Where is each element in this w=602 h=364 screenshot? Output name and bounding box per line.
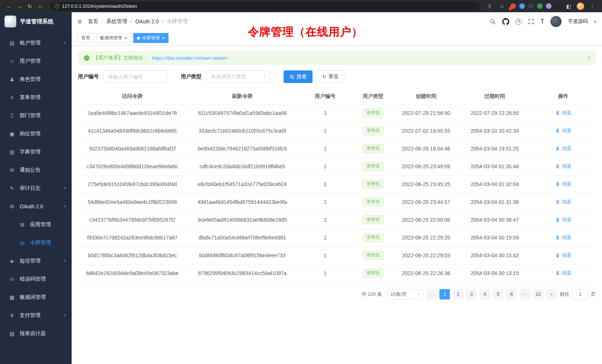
sidebar-item-label: 角色管理	[20, 76, 40, 83]
page-button-12[interactable]: 12	[533, 289, 543, 300]
extension-icon[interactable]	[519, 3, 525, 9]
page-button-1[interactable]: 1	[439, 289, 450, 300]
bookmark-star-icon[interactable]: ☆	[498, 3, 507, 9]
extension-icon[interactable]	[528, 3, 534, 9]
sidebar-item-sensitive-word[interactable]: ▦敏感词管理	[0, 288, 72, 306]
sidebar-item-oauth2[interactable]: ⚙OAuth 2.0∧	[0, 197, 72, 215]
extension-icon[interactable]	[537, 3, 543, 9]
breadcrumb-item[interactable]: 首页	[88, 18, 98, 25]
page-button-6[interactable]: 6	[506, 289, 517, 300]
access-token-cell: b0d1785bc3a8482f812db4a3f3bd15ec	[78, 246, 187, 264]
access-token-cell: 1ea5e44f8bc1467aaede43144f31de76	[78, 104, 187, 122]
browser-menu-icon[interactable]: ⋮	[588, 3, 597, 9]
sidebar-item-report-designer[interactable]: ▧报表设计器	[0, 324, 72, 343]
delete-icon	[555, 199, 560, 204]
create-time-cell: 2022-06-25 22:29:03	[394, 246, 458, 264]
force-logout-button[interactable]: 强退	[555, 110, 571, 116]
extension-icon[interactable]	[510, 3, 516, 9]
breadcrumb-item[interactable]: 系统管理	[107, 18, 127, 25]
page-button-5[interactable]: 5	[493, 289, 503, 300]
user-id-cell: 1	[298, 211, 352, 229]
tab-首页[interactable]: 首页	[78, 33, 94, 43]
user-type-cell: 管理员	[352, 140, 394, 158]
page-size-select[interactable]: 10条/页 ∨	[387, 289, 423, 300]
user-type-cell: 管理员	[352, 193, 394, 211]
sidebar-item-error-code[interactable]: ‹/›错误码管理	[0, 270, 72, 288]
share-icon[interactable]: ⇧	[485, 3, 494, 9]
sidebar-item-oauth2-app[interactable]: ⊞应用管理	[0, 215, 72, 234]
reset-button[interactable]: ↻ 重置	[316, 70, 344, 83]
user-id-cell: 1	[298, 175, 352, 193]
alert-close-icon[interactable]: ×	[587, 54, 590, 61]
force-logout-button[interactable]: 强退	[555, 270, 571, 277]
user-id-input[interactable]	[104, 70, 167, 83]
tab-敏感词管理[interactable]: 敏感词管理×	[96, 33, 131, 43]
chevron-down-icon[interactable]: ▾	[594, 20, 596, 24]
oauth2-app-icon: ⊞	[19, 222, 26, 228]
user-type-select[interactable]: 请选择用户类型 ∨	[206, 70, 270, 83]
tab-close-icon[interactable]: ×	[162, 36, 165, 40]
sidebar-item-dict[interactable]: ▥字典管理	[0, 143, 72, 161]
force-logout-button[interactable]: 强退	[555, 234, 571, 241]
goto-page-input[interactable]	[572, 289, 588, 300]
create-time-cell: 2022-07-02 18:55:55	[394, 122, 458, 140]
reload-icon[interactable]: ↻	[25, 3, 34, 9]
force-logout-button[interactable]: 强退	[555, 199, 571, 205]
action-cell: 强退	[531, 229, 596, 246]
sidebar-item-post[interactable]: ▣岗位管理	[0, 125, 72, 143]
next-page-button[interactable]: ›	[546, 289, 557, 300]
forward-icon[interactable]: →	[15, 3, 24, 9]
username[interactable]: 芋道源码	[568, 18, 588, 25]
sidebar-item-role[interactable]: ♟角色管理	[0, 70, 72, 88]
sidebar-item-user[interactable]: ☺用户管理	[0, 52, 72, 70]
force-logout-button[interactable]: 强退	[555, 216, 571, 223]
doc-link[interactable]: https://doc.iocoder.cn/user-center/	[152, 55, 228, 61]
force-logout-button[interactable]: 强退	[555, 163, 571, 170]
table-row: b0d1785bc3a8482f812db4a3f3bd15ecb0df4980…	[78, 246, 596, 264]
sidebar-item-notice[interactable]: ✉通知公告	[0, 161, 72, 179]
app-logo[interactable]: 芋道管理系统	[0, 12, 72, 31]
force-logout-button[interactable]: 强退	[555, 252, 571, 259]
back-icon[interactable]: ←	[4, 3, 13, 9]
force-logout-button[interactable]: 强退	[555, 145, 571, 152]
extension-icon[interactable]	[546, 3, 552, 9]
github-icon[interactable]	[502, 18, 509, 25]
user-type-cell: 管理员	[352, 122, 394, 140]
site-info-icon[interactable]: i	[54, 4, 59, 9]
search-button[interactable]: 搜索	[284, 70, 313, 83]
sidebar-item-oauth2-token[interactable]: ◎令牌管理	[0, 234, 72, 252]
sidebar-item-dept[interactable]: ♖部门管理	[0, 106, 72, 125]
pagination-ellipsis[interactable]: ···	[520, 289, 530, 300]
force-logout-button[interactable]: 强退	[555, 181, 571, 188]
prev-page-button[interactable]: ‹	[426, 289, 436, 300]
sidebar-item-tenant[interactable]: ▤租户管理∨	[0, 34, 72, 52]
sidebar-item-label: 审计日志	[20, 185, 40, 192]
breadcrumb-item[interactable]: OAuth 2.0	[135, 19, 158, 24]
search-icon[interactable]	[490, 19, 496, 25]
sidebar-item-menu[interactable]: ≡菜单管理	[0, 88, 72, 106]
chevron-down-icon: ∨	[64, 314, 66, 317]
sidebar-item-audit-log[interactable]: ✎审计日志∨	[0, 179, 72, 197]
user-avatar[interactable]	[550, 16, 562, 27]
user-type-badge: 管理员	[363, 251, 383, 260]
fullscreen-icon[interactable]	[528, 19, 534, 24]
force-logout-button[interactable]: 强退	[555, 128, 571, 134]
sidebar-item-pay[interactable]: ¥支付管理∨	[0, 306, 72, 324]
address-bar[interactable]: i 127.0.0.1:1024/system/oauth2/token	[50, 2, 480, 11]
tab-close-icon[interactable]: ×	[124, 36, 127, 40]
split-view-icon[interactable]: ◧	[564, 3, 573, 9]
font-size-icon[interactable]: T	[540, 18, 544, 25]
home-icon[interactable]: ⌂	[36, 3, 45, 9]
user-type-badge: 管理员	[363, 180, 383, 189]
sidebar-item-label: 令牌管理	[30, 239, 51, 246]
menu-fold-icon[interactable]: ≡	[78, 17, 82, 26]
tab-令牌管理[interactable]: 令牌管理×	[133, 33, 169, 43]
page-button-2[interactable]: 2	[453, 289, 463, 300]
sidebar-item-sms[interactable]: ◈短信管理∨	[0, 252, 72, 270]
help-icon[interactable]: ?	[516, 19, 522, 25]
page-button-3[interactable]: 3	[466, 289, 477, 300]
page-button-4[interactable]: 4	[480, 289, 490, 300]
expire-time-cell: 2054-03-04 00:15:59	[458, 229, 531, 246]
browser-profile-avatar[interactable]	[577, 3, 584, 10]
extension-icon[interactable]	[555, 3, 560, 9]
